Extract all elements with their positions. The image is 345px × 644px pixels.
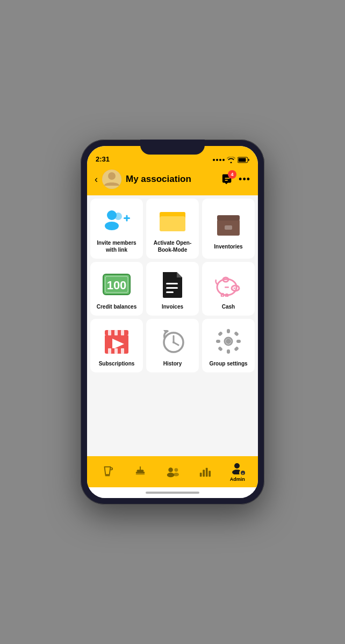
- svg-point-7: [105, 222, 119, 230]
- svg-point-26: [236, 287, 238, 289]
- credit-balances-icon-area: 100: [102, 270, 131, 299]
- invoices-label: Invoices: [162, 303, 183, 310]
- svg-point-63: [174, 468, 178, 472]
- svg-rect-55: [234, 346, 239, 352]
- feature-grid: Invite members with link: [90, 199, 255, 372]
- grid-item-inventories[interactable]: Inventories: [202, 199, 255, 259]
- subscriptions-icon-area: [102, 327, 131, 356]
- group-settings-icon: [215, 328, 242, 355]
- svg-point-8: [114, 213, 122, 220]
- grid-item-invoices[interactable]: Invoices: [146, 262, 199, 316]
- avatar: [102, 170, 121, 189]
- svg-text:100: 100: [107, 279, 127, 292]
- svg-rect-67: [206, 468, 208, 477]
- svg-rect-50: [216, 340, 220, 343]
- svg-point-24: [232, 286, 239, 291]
- svg-rect-5: [225, 180, 228, 181]
- svg-rect-22: [166, 291, 174, 293]
- food-icon: [134, 466, 146, 478]
- subscriptions-icon: [103, 329, 131, 354]
- chat-button[interactable]: 4: [221, 173, 233, 185]
- subscriptions-label: Subscriptions: [99, 360, 135, 367]
- svg-point-62: [167, 473, 175, 478]
- credit-balances-icon: 100: [102, 273, 131, 296]
- svg-rect-28: [225, 279, 229, 280]
- cash-label: Cash: [222, 303, 235, 310]
- grid-item-open-book[interactable]: Activate Open-Book-Mode: [146, 199, 199, 259]
- status-icons: [213, 157, 249, 163]
- svg-rect-52: [218, 331, 223, 336]
- main-content: Invite members with link: [87, 195, 258, 456]
- page-title: My association: [126, 174, 217, 185]
- header: ‹ My association 4 •••: [87, 165, 258, 195]
- svg-rect-65: [200, 473, 202, 477]
- svg-rect-41: [121, 348, 124, 354]
- svg-rect-4: [225, 178, 230, 179]
- bottom-nav: e Admin: [87, 456, 258, 487]
- more-button[interactable]: •••: [239, 174, 250, 185]
- invite-members-label: Invite members with link: [94, 239, 140, 253]
- svg-point-3: [108, 172, 116, 180]
- credit-balances-label: Credit balances: [97, 303, 136, 310]
- grid-item-history[interactable]: History: [146, 319, 199, 372]
- home-bar: [146, 492, 199, 494]
- svg-rect-35: [121, 330, 124, 335]
- notification-badge: 4: [228, 170, 236, 179]
- admin-nav-label: Admin: [230, 477, 245, 482]
- svg-rect-68: [209, 471, 211, 477]
- nav-item-members[interactable]: [162, 466, 183, 478]
- svg-rect-33: [108, 330, 111, 335]
- svg-rect-40: [114, 348, 118, 354]
- inventories-icon: [215, 211, 242, 238]
- grid-item-credit-balances[interactable]: 100 Credit balances: [90, 262, 143, 316]
- header-actions: 4 •••: [221, 173, 250, 185]
- phone-frame: 2:31: [81, 140, 264, 504]
- stats-icon: [199, 466, 211, 478]
- nav-item-food[interactable]: [130, 466, 151, 478]
- group-settings-icon-area: [214, 327, 243, 356]
- svg-point-69: [234, 463, 240, 469]
- grid-item-cash[interactable]: Cash: [202, 262, 255, 316]
- svg-rect-34: [114, 330, 118, 335]
- svg-point-61: [168, 467, 173, 472]
- svg-rect-21: [166, 287, 178, 289]
- svg-rect-39: [108, 348, 111, 354]
- cash-icon-area: [214, 270, 243, 299]
- svg-rect-16: [225, 225, 232, 230]
- home-indicator: [87, 487, 258, 498]
- svg-rect-1: [239, 158, 246, 162]
- open-book-icon-area: [158, 206, 187, 235]
- wifi-icon: [227, 157, 235, 163]
- grid-item-group-settings[interactable]: Group settings: [202, 319, 255, 372]
- svg-rect-12: [160, 216, 185, 231]
- signal-dots: [213, 159, 225, 161]
- admin-badge-icon: e: [240, 470, 246, 475]
- invoices-icon: [161, 271, 184, 298]
- cash-icon: [214, 272, 243, 297]
- svg-rect-15: [217, 215, 240, 221]
- invite-members-icon-area: [102, 206, 131, 235]
- grid-item-subscriptions[interactable]: Subscriptions: [90, 319, 143, 372]
- nav-item-stats[interactable]: [194, 466, 215, 478]
- inventories-label: Inventories: [214, 243, 242, 250]
- nav-item-drinks[interactable]: [97, 466, 118, 478]
- invoices-icon-area: [158, 270, 187, 299]
- svg-rect-20: [166, 283, 178, 284]
- svg-rect-51: [236, 340, 241, 343]
- history-label: History: [163, 360, 182, 367]
- notch: [140, 140, 205, 155]
- cup-icon: [102, 466, 113, 478]
- svg-rect-59: [135, 473, 145, 475]
- grid-item-invite-members[interactable]: Invite members with link: [90, 199, 143, 259]
- back-button[interactable]: ‹: [95, 174, 98, 185]
- nav-item-admin[interactable]: e Admin: [227, 462, 248, 482]
- svg-rect-57: [135, 472, 145, 473]
- svg-point-64: [174, 473, 179, 477]
- svg-rect-66: [203, 470, 205, 477]
- open-book-mode-icon: [159, 209, 186, 232]
- invite-members-icon: [102, 209, 131, 232]
- admin-badge: e: [239, 469, 247, 477]
- status-time: 2:31: [96, 155, 110, 163]
- svg-rect-53: [234, 331, 239, 336]
- svg-rect-31: [225, 287, 229, 288]
